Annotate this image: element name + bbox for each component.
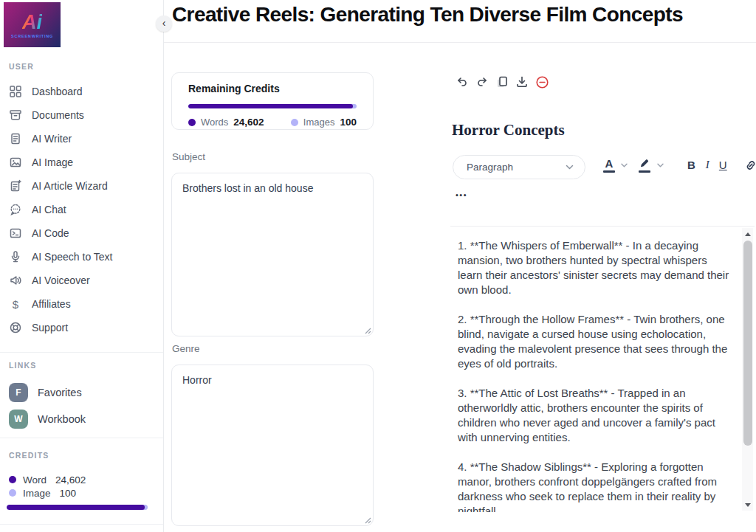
logo-subtitle: SCREENWRITING [11, 34, 53, 38]
copy-icon [495, 75, 509, 89]
paragraph-style-value: Paragraph [467, 162, 513, 173]
word-credit-row: Word 24,602 [0, 473, 163, 486]
concept-paragraph: 2. **Through the Hollow Frames** - Twin … [458, 312, 731, 371]
images-label: Images [303, 117, 335, 128]
scrollbar-thumb[interactable] [743, 241, 752, 446]
sidebar-item-workbook[interactable]: W Workbook [0, 406, 163, 432]
sidebar-item-label: AI Image [32, 156, 73, 168]
app-window: Ai SCREENWRITING USER Dashboard Document… [0, 0, 756, 532]
credits-card-progress-fill [188, 104, 353, 108]
more-options-button[interactable]: ••• [454, 189, 469, 201]
word-credit-label: Word [23, 474, 47, 486]
redo-icon [475, 75, 489, 89]
document-lines-icon [9, 132, 22, 145]
favorites-badge: F [9, 383, 28, 402]
page-title: Creative Reels: Generating Ten Diverse F… [172, 3, 748, 27]
concept-paragraph: 3. **The Attic of Lost Breaths** - Trapp… [458, 386, 731, 445]
undo-icon [456, 75, 469, 89]
word-credit-dot [9, 476, 16, 483]
sidebar-item-label: AI Writer [32, 133, 72, 145]
chevron-down-icon [566, 165, 574, 170]
article-sparkle-icon [9, 179, 22, 193]
editor-content-area[interactable]: 1. **The Whispers of Emberwall** - In a … [450, 226, 755, 512]
words-value: 24,602 [233, 117, 264, 128]
sidebar-item-documents[interactable]: Documents [0, 103, 163, 127]
scroll-down-button[interactable] [742, 499, 753, 511]
highlighter-icon [638, 158, 651, 170]
image-credit-row: Image 100 [0, 486, 163, 500]
workbook-badge: W [9, 410, 28, 429]
paragraph-style-select[interactable]: Paragraph [453, 155, 585, 179]
sidebar-item-ai-article-wizard[interactable]: AI Article Wizard [0, 174, 163, 198]
sidebar-item-ai-speech-to-text[interactable]: AI Speech to Text [0, 245, 163, 269]
scroll-up-button[interactable] [742, 228, 753, 240]
sidebar-item-support[interactable]: Support [0, 316, 163, 339]
sidebar-item-affiliates[interactable]: $ Affiliates [0, 292, 163, 316]
images-dot [291, 119, 298, 126]
chat-bubble-icon [9, 203, 22, 216]
sidebar-divider [0, 524, 163, 525]
words-dot [188, 119, 196, 126]
subject-input[interactable]: Brothers lost in an old house [171, 173, 374, 336]
sidebar-credits-progress-fill [7, 505, 145, 510]
credits-section-label: CREDITS [9, 451, 49, 460]
text-color-letter: A [605, 157, 614, 170]
microphone-icon [9, 250, 22, 263]
sidebar-collapse-button[interactable]: ‹ [156, 15, 172, 32]
undo-button[interactable] [455, 75, 470, 89]
copy-button[interactable] [495, 75, 509, 89]
sidebar-item-label: AI Article Wizard [32, 180, 108, 192]
chevron-down-icon[interactable] [657, 163, 664, 167]
logo-monogram: Ai [22, 12, 42, 32]
sidebar-item-ai-voiceover[interactable]: AI Voiceover [0, 269, 163, 292]
words-stat: Words 24,602 [188, 117, 264, 128]
app-logo[interactable]: Ai SCREENWRITING [4, 2, 61, 47]
underline-button[interactable]: U [719, 159, 727, 171]
images-stat: Images 100 [291, 117, 357, 128]
highlight-color-button[interactable] [638, 158, 651, 173]
remove-circle-icon [535, 75, 549, 89]
subject-label: Subject [172, 151, 205, 162]
link-item-label: Favorites [38, 387, 82, 398]
text-color-button[interactable]: A [603, 157, 615, 173]
sidebar-item-ai-code[interactable]: AI Code [0, 221, 163, 245]
speaker-icon [9, 274, 22, 287]
genre-input[interactable]: Horror [171, 365, 374, 526]
credits-card-title: Remaining Credits [188, 83, 357, 94]
image-icon [9, 156, 22, 169]
dashboard-icon [9, 85, 22, 98]
words-label: Words [201, 117, 228, 128]
sidebar-item-favorites[interactable]: F Favorites [0, 379, 163, 406]
image-credit-label: Image [23, 488, 51, 499]
sidebar-item-ai-image[interactable]: AI Image [0, 151, 163, 174]
sidebar: Ai SCREENWRITING USER Dashboard Document… [0, 0, 164, 532]
bold-button[interactable]: B [687, 159, 695, 171]
italic-button[interactable]: I [706, 159, 709, 171]
redo-button[interactable] [475, 75, 489, 89]
sidebar-item-dashboard[interactable]: Dashboard [0, 80, 163, 103]
user-section-label: USER [9, 62, 34, 71]
genre-label: Genre [172, 343, 200, 354]
sidebar-item-label: Affiliates [32, 298, 71, 310]
sidebar-item-label: Dashboard [32, 86, 83, 97]
sidebar-item-label: AI Code [32, 227, 69, 239]
concept-paragraph: 4. **The Shadow Siblings** - Exploring a… [458, 460, 731, 512]
sidebar-item-ai-writer[interactable]: AI Writer [0, 127, 163, 151]
sidebar-item-label: Documents [32, 109, 84, 121]
chevron-down-icon[interactable] [621, 163, 628, 167]
delete-button[interactable] [535, 75, 549, 89]
documents-icon [9, 108, 22, 122]
links-section-label: LINKS [9, 361, 37, 370]
header-divider [164, 42, 756, 43]
text-color-bar [603, 170, 615, 173]
sidebar-divider [0, 352, 163, 353]
download-button[interactable] [515, 75, 529, 89]
concept-paragraph: 1. **The Whispers of Emberwall** - In a … [458, 238, 731, 297]
vertical-scrollbar[interactable] [742, 228, 753, 511]
terminal-icon [9, 227, 22, 240]
sidebar-item-label: AI Chat [32, 204, 66, 215]
link-button[interactable] [743, 158, 756, 173]
sidebar-item-ai-chat[interactable]: AI Chat [0, 198, 163, 221]
editor-document-text: 1. **The Whispers of Emberwall** - In a … [458, 238, 731, 512]
sidebar-credits-progressbar [7, 505, 148, 510]
